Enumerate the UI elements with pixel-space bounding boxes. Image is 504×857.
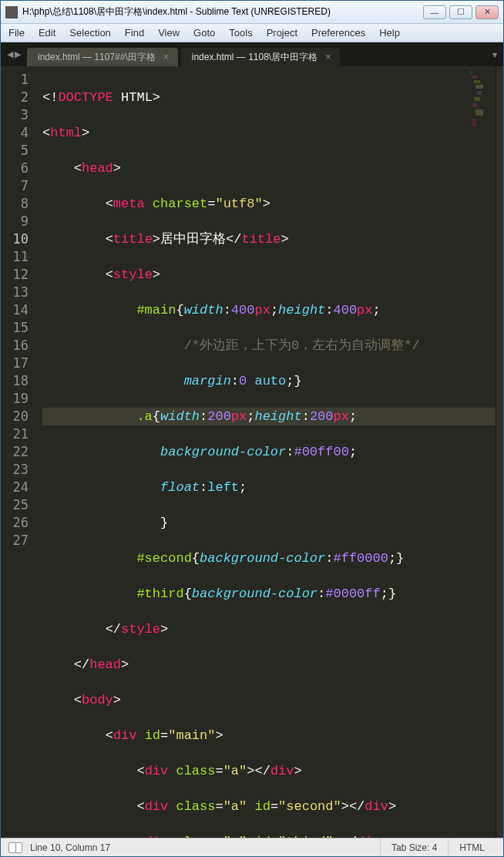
line-number: 12 [1, 266, 29, 284]
line-number: 11 [1, 248, 29, 266]
tab-inactive[interactable]: index.html — 1107##\田字格 × [27, 48, 178, 66]
menu-find[interactable]: Find [125, 27, 144, 39]
line-number: 13 [1, 284, 29, 301]
line-number: 9 [1, 213, 29, 230]
line-number: 4 [1, 124, 29, 142]
menubar: File Edit Selection Find View Goto Tools… [1, 24, 503, 42]
menu-project[interactable]: Project [267, 27, 297, 39]
menu-selection[interactable]: Selection [69, 27, 110, 39]
minimize-button[interactable]: — [423, 5, 446, 19]
statusbar: Line 10, Column 17 Tab Size: 4 HTML [1, 838, 503, 856]
syntax-language[interactable]: HTML [448, 839, 496, 856]
editor: 1 2 3 4 5 6 7 8 9 10 11 12 13 14 15 16 1… [1, 66, 503, 838]
line-number: 14 [1, 301, 29, 319]
tab-label: index.html — 1108\居中田字格 [192, 51, 318, 64]
line-number: 17 [1, 355, 29, 372]
menu-view[interactable]: View [158, 27, 180, 39]
line-number: 27 [1, 532, 29, 549]
menu-preferences[interactable]: Preferences [311, 27, 365, 39]
line-number: 7 [1, 177, 29, 195]
tabbar: ◀▶ index.html — 1107##\田字格 × index.html … [1, 42, 503, 66]
line-number: 16 [1, 337, 29, 355]
close-button[interactable]: ✕ [475, 5, 499, 19]
tab-active[interactable]: index.html — 1108\居中田字格 × [181, 48, 340, 66]
line-number: 25 [1, 496, 29, 514]
close-icon[interactable]: × [325, 52, 331, 62]
line-number: 6 [1, 160, 29, 177]
line-number: 19 [1, 390, 29, 408]
app-window: H:\php\总结\1108\居中田字格\index.html - Sublim… [0, 0, 504, 857]
line-number: 23 [1, 461, 29, 479]
line-number: 21 [1, 425, 29, 443]
tab-nav-arrows[interactable]: ◀▶ [7, 49, 21, 59]
menu-file[interactable]: File [8, 27, 25, 39]
menu-edit[interactable]: Edit [39, 27, 55, 39]
menu-goto[interactable]: Goto [193, 27, 215, 39]
line-number: 26 [1, 514, 29, 532]
window-title: H:\php\总结\1108\居中田字格\index.html - Sublim… [22, 5, 423, 18]
line-number: 15 [1, 319, 29, 337]
cursor-position: Line 10, Column 17 [30, 842, 110, 853]
line-number: 1 [1, 71, 29, 89]
code-area[interactable]: <!DOCTYPE HTML> <html> <head> <meta char… [39, 66, 496, 838]
app-icon [5, 6, 18, 18]
close-icon[interactable]: × [163, 52, 169, 62]
window-controls: — ☐ ✕ [423, 5, 499, 19]
tab-label: index.html — 1107##\田字格 [38, 51, 156, 64]
line-number: 22 [1, 443, 29, 461]
scrollbar-vertical[interactable] [496, 66, 503, 838]
line-number: 24 [1, 479, 29, 496]
line-number: 2 [1, 89, 29, 106]
tab-size[interactable]: Tab Size: 4 [380, 839, 448, 856]
menu-help[interactable]: Help [379, 27, 400, 39]
line-number: 10 [1, 230, 29, 248]
line-number: 18 [1, 372, 29, 390]
minimap[interactable] [469, 68, 496, 137]
line-number: 8 [1, 195, 29, 213]
line-number: 20 [1, 408, 29, 425]
maximize-button[interactable]: ☐ [449, 5, 472, 19]
layout-toggle-icon[interactable] [8, 842, 22, 853]
line-number: 5 [1, 142, 29, 160]
gutter[interactable]: 1 2 3 4 5 6 7 8 9 10 11 12 13 14 15 16 1… [1, 66, 39, 838]
tab-overflow-icon[interactable]: ▾ [492, 49, 497, 60]
line-number: 3 [1, 106, 29, 124]
menu-tools[interactable]: Tools [229, 27, 252, 39]
titlebar[interactable]: H:\php\总结\1108\居中田字格\index.html - Sublim… [1, 1, 503, 24]
